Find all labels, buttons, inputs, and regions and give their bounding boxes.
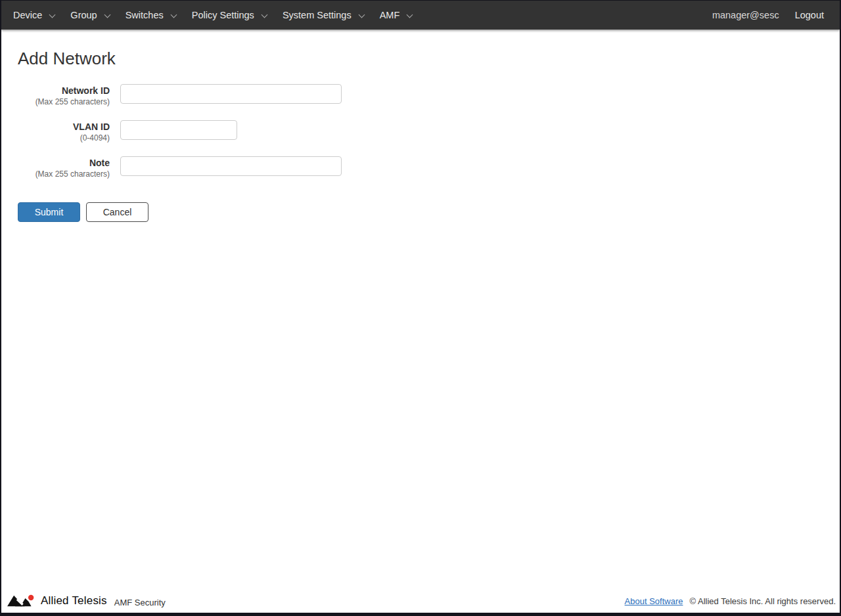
brand-block: Allied Telesis AMF Security: [7, 594, 166, 608]
network-id-label: Network ID: [18, 85, 110, 97]
vlan-id-label: VLAN ID: [18, 121, 110, 133]
nav-menu-device[interactable]: Device: [5, 1, 62, 30]
nav-menu-amf[interactable]: AMF: [372, 1, 420, 30]
chevron-down-icon: [170, 12, 177, 18]
logged-in-user: manager@sesc: [703, 10, 788, 20]
allied-telesis-logo-icon: [7, 594, 37, 608]
nav-menu-system-settings-label: System Settings: [283, 10, 352, 20]
network-id-hint: (Max 255 characters): [18, 97, 110, 107]
chevron-down-icon: [358, 12, 365, 18]
main-content: Add Network Network ID (Max 255 characte…: [1, 30, 840, 222]
network-id-label-group: Network ID (Max 255 characters): [18, 84, 110, 107]
network-id-input[interactable]: [120, 84, 342, 104]
nav-menu-switches[interactable]: Switches: [118, 1, 184, 30]
nav-menu-amf-label: AMF: [380, 10, 400, 20]
note-label-group: Note (Max 255 characters): [18, 156, 110, 179]
chevron-down-icon: [49, 12, 56, 18]
vlan-id-label-group: VLAN ID (0-4094): [18, 120, 110, 143]
note-label: Note: [18, 157, 110, 169]
note-hint: (Max 255 characters): [18, 169, 110, 179]
copyright-text: © Allied Telesis Inc. All rights reserve…: [690, 596, 836, 606]
product-name: AMF Security: [114, 595, 166, 607]
note-input[interactable]: [120, 156, 342, 176]
nav-menu-system-settings[interactable]: System Settings: [275, 1, 372, 30]
form-row-vlan-id: VLAN ID (0-4094): [18, 120, 840, 143]
page-title: Add Network: [18, 49, 840, 69]
app-window: Device Group Switches Policy Settings Sy…: [0, 0, 841, 616]
nav-menu-group-label: Group: [70, 10, 97, 20]
vlan-id-input[interactable]: [120, 120, 237, 140]
nav-menu-group[interactable]: Group: [62, 1, 117, 30]
nav-menu-policy-settings-label: Policy Settings: [192, 10, 254, 20]
cancel-button[interactable]: Cancel: [86, 202, 148, 222]
brand-name: Allied Telesis: [41, 594, 107, 607]
vlan-id-hint: (0-4094): [18, 133, 110, 143]
chevron-down-icon: [104, 12, 110, 18]
form-actions: Submit Cancel: [18, 202, 840, 222]
form-row-network-id: Network ID (Max 255 characters): [18, 84, 840, 107]
submit-button[interactable]: Submit: [18, 202, 80, 222]
nav-menu-switches-label: Switches: [125, 10, 164, 20]
chevron-down-icon: [261, 12, 267, 18]
nav-menu-policy-settings[interactable]: Policy Settings: [184, 1, 275, 30]
top-navbar: Device Group Switches Policy Settings Sy…: [1, 1, 840, 30]
logout-button[interactable]: Logout: [788, 1, 830, 30]
form-row-note: Note (Max 255 characters): [18, 156, 840, 179]
page-footer: Allied Telesis AMF Security About Softwa…: [1, 590, 840, 613]
nav-menu-device-label: Device: [13, 10, 42, 20]
about-software-link[interactable]: About Software: [625, 596, 683, 606]
chevron-down-icon: [407, 12, 413, 18]
